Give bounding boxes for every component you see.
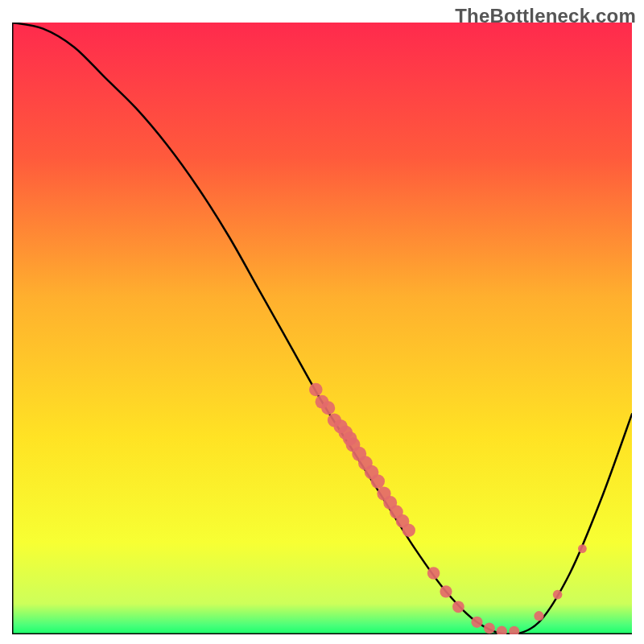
chart-svg [12, 23, 632, 634]
chart-frame: TheBottleneck.com [0, 0, 644, 644]
svg-point-17 [427, 567, 440, 580]
gradient-background [12, 23, 632, 634]
svg-point-26 [578, 544, 587, 553]
svg-point-24 [534, 611, 543, 621]
svg-point-25 [553, 590, 563, 600]
svg-point-21 [484, 623, 495, 634]
svg-point-11 [371, 474, 385, 488]
svg-point-2 [321, 401, 335, 415]
svg-point-18 [440, 585, 452, 597]
svg-point-16 [402, 524, 415, 537]
svg-point-19 [452, 601, 464, 613]
svg-point-20 [471, 617, 482, 628]
chart-plot [12, 23, 632, 634]
svg-point-0 [309, 383, 323, 397]
